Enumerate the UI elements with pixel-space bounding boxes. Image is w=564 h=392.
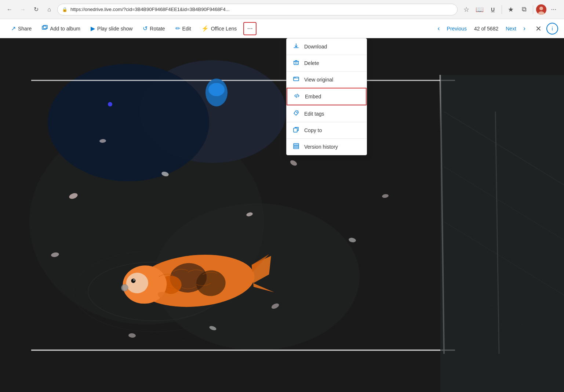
browser-chrome: ← → ↻ ⌂ 🔒 https://onedrive.live.com/?cid… [0,0,564,19]
svg-rect-61 [294,145,299,147]
next-label: Next [506,26,516,32]
svg-rect-51 [294,61,298,65]
context-menu: Download Delete [286,38,367,155]
svg-rect-46 [440,75,564,392]
refresh-button[interactable]: ↻ [31,4,41,15]
url-text: https://onedrive.live.com/?cid=3B4B90F94… [70,7,453,12]
add-to-album-button[interactable]: Add to album [37,23,85,35]
svg-point-56 [294,77,295,78]
svg-point-57 [295,77,296,78]
office-lens-icon: ⚡ [201,25,209,32]
collections-button[interactable]: ⧉ [518,4,530,15]
svg-point-12 [48,64,209,181]
more-icon: ··· [247,25,253,32]
edit-tags-menu-item[interactable]: Edit tags [287,106,367,122]
copy-to-label: Copy to [304,127,322,133]
download-menu-item[interactable]: Download [287,39,367,55]
address-bar[interactable]: 🔒 https://onedrive.live.com/?cid=3B4B90F… [57,4,458,15]
version-history-icon [292,143,300,150]
fish-image [0,38,564,392]
rotate-icon: ↺ [143,25,148,32]
next-button[interactable]: › [518,23,530,35]
embed-label: Embed [305,94,321,99]
copy-to-menu-item[interactable]: Copy to [287,122,367,138]
lock-icon: 🔒 [62,7,68,12]
previous-icon: ‹ [438,25,440,32]
embed-icon [293,93,301,100]
toolbar-right: ‹ Previous 42 of 5682 Next › ✕ i [433,23,558,35]
browser-actions: ☆ 📖 U ★ ⧉ ··· [461,4,560,15]
office-lens-label: Office Lens [211,26,237,32]
delete-label: Delete [304,60,319,66]
rotate-button[interactable]: ↺ Rotate [138,23,170,34]
page-counter: 42 of 5682 [474,26,498,32]
forward-button[interactable]: → [18,4,28,15]
underline-button[interactable]: U [487,4,499,15]
play-slide-show-label: Play slide show [97,26,133,32]
info-button[interactable]: i [546,23,558,35]
version-history-menu-item[interactable]: Version history [287,139,367,155]
add-to-album-label: Add to album [50,26,80,32]
version-history-label: Version history [304,144,338,150]
rotate-label: Rotate [150,26,165,32]
next-icon: › [523,25,525,32]
svg-rect-62 [294,147,299,149]
back-button[interactable]: ← [4,4,15,15]
share-label: Share [18,26,32,32]
album-icon [42,25,48,32]
embed-menu-item[interactable]: Embed [287,88,367,105]
main-image-area: Download Delete [0,38,564,392]
close-button[interactable]: ✕ [532,23,544,35]
user-avatar[interactable] [536,4,546,15]
favorites-button[interactable]: ★ [505,4,517,15]
svg-point-17 [108,102,112,106]
delete-menu-item[interactable]: Delete [287,55,367,71]
reading-view-button[interactable]: 📖 [474,4,485,15]
edit-button[interactable]: ✏ Edit [170,23,196,34]
play-icon: ▶ [91,25,95,32]
toolbar: ↗ Share Add to album ▶ Play slide show ↺… [0,19,564,38]
view-original-label: View original [304,77,333,83]
svg-rect-59 [294,128,297,132]
svg-point-19 [208,83,225,96]
more-options-button[interactable]: ··· [243,22,256,35]
previous-button[interactable]: ‹ [433,23,445,35]
delete-icon [292,59,300,67]
svg-point-1 [539,7,543,10]
download-icon [292,43,300,50]
view-original-menu-item[interactable]: View original [287,72,367,88]
office-lens-button[interactable]: ⚡ Office Lens [196,23,242,34]
svg-rect-60 [294,144,299,145]
svg-point-58 [296,112,298,113]
share-icon: ↗ [11,25,16,32]
previous-label: Previous [447,26,467,32]
download-label: Download [304,44,327,50]
edit-tags-icon [292,110,300,117]
view-original-icon [292,76,300,83]
copy-to-icon [292,127,300,134]
settings-more-button[interactable]: ··· [548,4,560,15]
edit-icon: ✏ [175,25,180,32]
info-icon: i [552,26,553,32]
home-button[interactable]: ⌂ [44,4,54,15]
star-button[interactable]: ☆ [461,4,472,15]
edit-tags-label: Edit tags [304,111,324,117]
close-icon: ✕ [535,24,542,33]
share-button[interactable]: ↗ Share [6,23,37,34]
play-slide-show-button[interactable]: ▶ Play slide show [85,23,138,34]
edit-label: Edit [182,26,191,32]
